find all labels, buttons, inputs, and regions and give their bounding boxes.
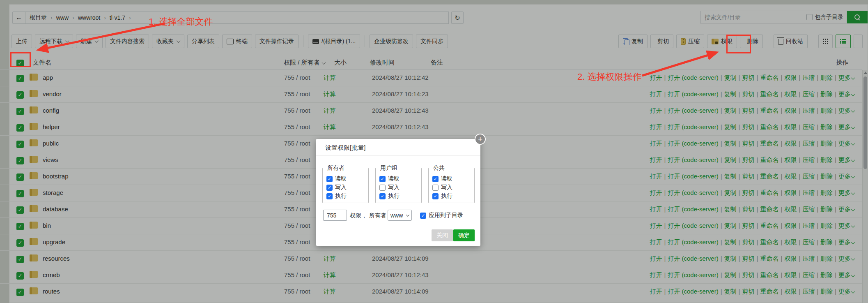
perm-checkbox-写入[interactable]: ✓写入 [326,184,347,191]
owner-label: 所有者 [369,212,386,220]
perm-checkbox-label: 写入 [388,184,400,191]
checkbox-unchecked-icon [379,185,386,191]
perm-checkbox-读取[interactable]: ✓读取 [432,175,452,183]
checkbox-checked-icon: ✓ [432,193,439,199]
close-icon[interactable]: + [475,134,486,145]
perm-checkbox-执行[interactable]: ✓执行 [432,192,452,200]
owner-select-value: www [390,212,403,219]
checkbox-unchecked-icon [432,185,439,191]
perm-checkbox-执行[interactable]: ✓执行 [326,192,347,200]
permission-group-用户组: 用户组✓读取写入✓执行 [375,168,422,203]
perm-checkbox-读取[interactable]: ✓读取 [379,175,400,183]
group-legend: 用户组 [379,164,399,172]
perm-checkbox-label: 读取 [388,175,400,183]
confirm-button[interactable]: 确定 [453,229,475,241]
apply-to-subdir-checkbox[interactable]: ✓应用到子目录 [420,212,463,219]
checkbox-checked-icon: ✓ [432,176,439,182]
divider [316,225,480,225]
divider [316,155,480,156]
perm-checkbox-label: 读取 [335,175,347,183]
checkbox-checked-icon: ✓ [326,176,333,182]
perm-checkbox-执行[interactable]: ✓执行 [379,192,400,200]
perm-checkbox-label: 读取 [441,175,452,183]
checkbox-checked-icon: ✓ [326,193,333,199]
dialog-title: 设置权限[批量] [325,144,365,152]
perm-checkbox-label: 执行 [441,192,452,200]
permission-value-input[interactable] [323,210,347,221]
checkbox-checked-icon: ✓ [420,213,426,219]
perm-checkbox-label: 写入 [441,184,452,191]
cancel-button[interactable]: 关闭 [432,229,453,241]
checkbox-checked-icon: ✓ [379,193,386,199]
group-legend: 公共 [432,164,446,172]
group-legend: 所有者 [326,164,346,172]
perm-checkbox-label: 执行 [388,192,400,200]
owner-select[interactable]: www [388,210,412,221]
perm-checkbox-写入[interactable]: 写入 [379,184,400,191]
perm-checkbox-写入[interactable]: 写入 [432,184,452,191]
perm-checkbox-label: 写入 [335,184,347,191]
checkbox-checked-icon: ✓ [379,176,386,182]
checkbox-checked-icon: ✓ [326,185,333,191]
apply-to-subdir-label: 应用到子目录 [429,212,463,219]
perm-checkbox-label: 执行 [335,192,347,200]
perm-checkbox-读取[interactable]: ✓读取 [326,175,347,183]
chevron-down-icon [406,213,409,216]
set-permissions-dialog: 设置权限[批量] + 所有者✓读取✓写入✓执行用户组✓读取写入✓执行公共✓读取写… [316,139,480,246]
permission-label: 权限， [350,212,367,220]
permission-group-公共: 公共✓读取写入✓执行 [428,168,475,203]
permission-group-所有者: 所有者✓读取✓写入✓执行 [322,168,369,203]
